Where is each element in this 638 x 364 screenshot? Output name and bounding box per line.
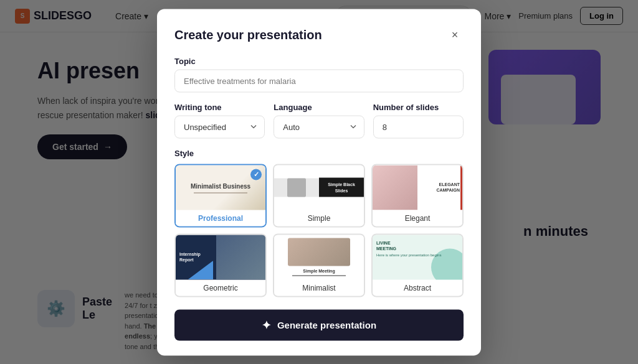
abstract-thumb-text: LIVINEMEETINGHere is where your presenta…: [376, 240, 441, 258]
elegant-thumbnail: ELEGANTCAMPAIGN: [373, 165, 462, 210]
professional-name: Professional: [176, 210, 265, 226]
generate-button[interactable]: ✦ Generate presentation: [174, 309, 464, 340]
minimalist-thumb-text: Simple Meeting: [303, 269, 335, 273]
form-row-1: Writing tone Unspecified Formal Casual P…: [174, 102, 464, 138]
writing-tone-group: Writing tone Unspecified Formal Casual P…: [174, 102, 265, 138]
style-professional[interactable]: Minimalist Business ✓ Professional: [174, 164, 267, 227]
language-select[interactable]: Auto English Spanish: [274, 115, 364, 138]
style-geometric[interactable]: InternshipReport Geometric: [174, 233, 267, 297]
elegant-name: Elegant: [373, 210, 462, 226]
topic-input[interactable]: [174, 69, 464, 92]
professional-thumb-text: Minimalist Business: [186, 182, 255, 190]
style-grid: Minimalist Business ✓ Professional Simpl…: [174, 164, 464, 297]
geometric-thumb-shape: [188, 261, 213, 279]
language-group: Language Auto English Spanish: [274, 102, 364, 138]
modal-title: Create your presentation: [174, 28, 322, 42]
simple-thumb-left: [274, 178, 319, 197]
style-label: Style: [174, 148, 464, 157]
minimalist-name: Minimalist: [274, 279, 364, 296]
modal-header: Create your presentation ×: [174, 26, 464, 44]
minimalist-thumb-line: [292, 276, 346, 276]
geometric-thumbnail: InternshipReport: [176, 235, 265, 279]
elegant-thumb-img: [373, 165, 417, 210]
elegant-thumb-text: ELEGANTCAMPAIGN: [436, 182, 460, 193]
abstract-thumbnail: LIVINEMEETINGHere is where your presenta…: [373, 235, 462, 279]
simple-thumbnail: Simple Black Slides: [274, 165, 364, 210]
geometric-thumb-text: InternshipReport: [179, 251, 201, 263]
style-simple[interactable]: Simple Black Slides Simple: [273, 164, 365, 227]
professional-thumb-line: [194, 192, 247, 193]
minimalist-thumbnail: Simple Meeting: [274, 235, 364, 279]
slides-label: Number of slides: [373, 102, 464, 111]
geometric-thumb-img: [216, 235, 265, 279]
slides-group: Number of slides: [373, 102, 464, 138]
minimalist-thumb-img: [288, 238, 351, 266]
close-button[interactable]: ×: [446, 26, 464, 44]
style-minimalist[interactable]: Simple Meeting Minimalist: [273, 233, 365, 297]
elegant-thumb-accent: [460, 165, 462, 210]
create-presentation-modal: Create your presentation × Topic Writing…: [157, 9, 481, 355]
topic-label: Topic: [174, 56, 464, 65]
professional-thumbnail: Minimalist Business ✓: [176, 165, 265, 210]
language-label: Language: [274, 102, 364, 111]
writing-tone-select[interactable]: Unspecified Formal Casual Professional: [174, 115, 265, 138]
style-abstract[interactable]: LIVINEMEETINGHere is where your presenta…: [371, 233, 464, 297]
abstract-name: Abstract: [373, 279, 462, 296]
professional-checkmark: ✓: [250, 169, 262, 180]
simple-thumb-text: Simple Black Slides: [323, 181, 360, 194]
geometric-name: Geometric: [176, 279, 265, 296]
slides-input[interactable]: [373, 115, 464, 138]
simple-thumb-right: Simple Black Slides: [319, 177, 364, 197]
generate-button-label: Generate presentation: [277, 320, 376, 330]
simple-name: Simple: [274, 210, 364, 226]
style-elegant[interactable]: ELEGANTCAMPAIGN Elegant: [371, 164, 464, 227]
topic-group: Topic: [174, 56, 464, 92]
writing-tone-label: Writing tone: [174, 102, 265, 111]
sparkle-icon: ✦: [262, 318, 271, 332]
